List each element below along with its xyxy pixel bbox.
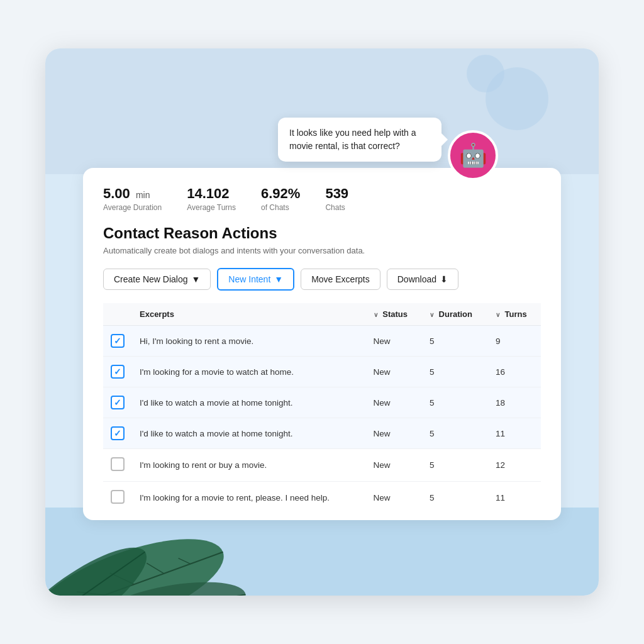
chat-bubble-text: It looks like you need help with a movie… bbox=[289, 128, 416, 151]
duration-cell: 5 bbox=[422, 449, 488, 482]
chat-bubble: It looks like you need help with a movie… bbox=[278, 118, 441, 162]
table-row: I'm looking for a movie to rent, please.… bbox=[103, 482, 541, 514]
stat-value-of-chats: 6.92% bbox=[261, 186, 300, 202]
turns-cell: 18 bbox=[488, 387, 541, 418]
table-header-row: Excerpts ∨ Status ∨ Duration ∨ Turns bbox=[103, 303, 541, 326]
robot-face-icon: 🤖 bbox=[459, 142, 487, 169]
new-intent-button[interactable]: New Intent ▼ bbox=[217, 268, 294, 291]
checkbox-cell: ✓ bbox=[103, 387, 132, 418]
duration-cell: 5 bbox=[422, 418, 488, 449]
status-sort-icon: ∨ bbox=[374, 311, 378, 318]
status-cell: New bbox=[366, 449, 422, 482]
checkbox-cell: ✓ bbox=[103, 418, 132, 449]
table-row: ✓I'd like to watch a movie at home tonig… bbox=[103, 418, 541, 449]
row-checkbox[interactable]: ✓ bbox=[111, 334, 125, 348]
stat-label-chats: Chats bbox=[325, 203, 348, 212]
excerpt-text: I'd like to watch a movie at home tonigh… bbox=[132, 387, 366, 418]
dropdown-arrow-icon: ▼ bbox=[192, 274, 201, 284]
stat-value-turns: 14.102 bbox=[187, 186, 236, 202]
col-header-status[interactable]: ∨ Status bbox=[366, 303, 422, 326]
status-cell: New bbox=[366, 482, 422, 514]
stat-value-duration: 5.00 min bbox=[103, 186, 162, 202]
row-checkbox[interactable]: ✓ bbox=[111, 426, 125, 440]
status-cell: New bbox=[366, 326, 422, 357]
turns-cell: 12 bbox=[488, 449, 541, 482]
turns-cell: 9 bbox=[488, 326, 541, 357]
stat-average-turns: 14.102 Average Turns bbox=[187, 186, 236, 212]
stat-label-turns: Average Turns bbox=[187, 203, 236, 212]
col-header-excerpts: Excerpts bbox=[132, 303, 366, 326]
status-cell: New bbox=[366, 418, 422, 449]
check-mark-icon: ✓ bbox=[114, 336, 121, 346]
row-checkbox[interactable] bbox=[111, 457, 125, 471]
main-card: 5.00 min Average Duration 14.102 Average… bbox=[83, 168, 561, 520]
robot-avatar: 🤖 bbox=[448, 130, 498, 180]
check-mark-icon: ✓ bbox=[114, 428, 121, 438]
turns-cell: 16 bbox=[488, 357, 541, 387]
col-header-checkbox bbox=[103, 303, 132, 326]
table-row: ✓Hi, I'm looking to rent a movie.New59 bbox=[103, 326, 541, 357]
status-cell: New bbox=[366, 357, 422, 387]
checkbox-cell: ✓ bbox=[103, 357, 132, 387]
download-icon: ⬇ bbox=[440, 274, 448, 284]
row-checkbox[interactable]: ✓ bbox=[111, 365, 125, 379]
toolbar: Create New Dialog ▼ New Intent ▼ Move Ex… bbox=[103, 268, 541, 291]
status-cell: New bbox=[366, 387, 422, 418]
checkbox-cell bbox=[103, 449, 132, 482]
download-label: Download bbox=[397, 274, 436, 284]
leaf-decoration bbox=[45, 508, 360, 596]
move-excerpts-label: Move Excerpts bbox=[311, 274, 370, 284]
row-checkbox[interactable] bbox=[111, 490, 125, 504]
page-subtitle: Automatically create bot dialogs and int… bbox=[103, 246, 541, 255]
stat-label-of-chats: of Chats bbox=[261, 203, 300, 212]
turns-cell: 11 bbox=[488, 418, 541, 449]
outer-card: It looks like you need help with a movie… bbox=[45, 48, 599, 596]
create-new-dialog-button[interactable]: Create New Dialog ▼ bbox=[103, 269, 211, 290]
excerpts-table: Excerpts ∨ Status ∨ Duration ∨ Turns bbox=[103, 303, 541, 514]
stat-chats: 539 Chats bbox=[325, 186, 348, 212]
download-button[interactable]: Download ⬇ bbox=[387, 269, 458, 290]
check-mark-icon: ✓ bbox=[114, 367, 121, 377]
table-row: I'm looking to rent or buy a movie.New51… bbox=[103, 449, 541, 482]
duration-cell: 5 bbox=[422, 326, 488, 357]
stat-value-chats: 539 bbox=[325, 186, 348, 202]
stats-row: 5.00 min Average Duration 14.102 Average… bbox=[103, 186, 541, 212]
page-title: Contact Reason Actions bbox=[103, 225, 541, 242]
excerpt-text: I'm looking for a movie to rent, please.… bbox=[132, 482, 366, 514]
turns-sort-icon: ∨ bbox=[496, 311, 500, 318]
deco-circle-small bbox=[467, 55, 504, 92]
table-row: ✓I'd like to watch a movie at home tonig… bbox=[103, 387, 541, 418]
new-intent-arrow-icon: ▼ bbox=[274, 274, 283, 284]
excerpt-text: I'm looking to rent or buy a movie. bbox=[132, 449, 366, 482]
excerpt-text: I'd like to watch a movie at home tonigh… bbox=[132, 418, 366, 449]
move-excerpts-button[interactable]: Move Excerpts bbox=[301, 269, 380, 290]
stat-average-duration: 5.00 min Average Duration bbox=[103, 186, 162, 212]
turns-cell: 11 bbox=[488, 482, 541, 514]
excerpt-text: Hi, I'm looking to rent a movie. bbox=[132, 326, 366, 357]
check-mark-icon: ✓ bbox=[114, 397, 121, 408]
duration-cell: 5 bbox=[422, 387, 488, 418]
stat-of-chats: 6.92% of Chats bbox=[261, 186, 300, 212]
create-dialog-label: Create New Dialog bbox=[114, 274, 188, 284]
col-header-duration[interactable]: ∨ Duration bbox=[422, 303, 488, 326]
duration-sort-icon: ∨ bbox=[430, 311, 434, 318]
row-checkbox[interactable]: ✓ bbox=[111, 396, 125, 409]
new-intent-label: New Intent bbox=[228, 274, 270, 284]
checkbox-cell bbox=[103, 482, 132, 514]
table-row: ✓I'm looking for a movie to watch at hom… bbox=[103, 357, 541, 387]
excerpt-text: I'm looking for a movie to watch at home… bbox=[132, 357, 366, 387]
checkbox-cell: ✓ bbox=[103, 326, 132, 357]
stat-label-duration: Average Duration bbox=[103, 203, 162, 212]
duration-cell: 5 bbox=[422, 357, 488, 387]
col-header-turns[interactable]: ∨ Turns bbox=[488, 303, 541, 326]
duration-cell: 5 bbox=[422, 482, 488, 514]
bottom-decoration bbox=[45, 508, 599, 596]
